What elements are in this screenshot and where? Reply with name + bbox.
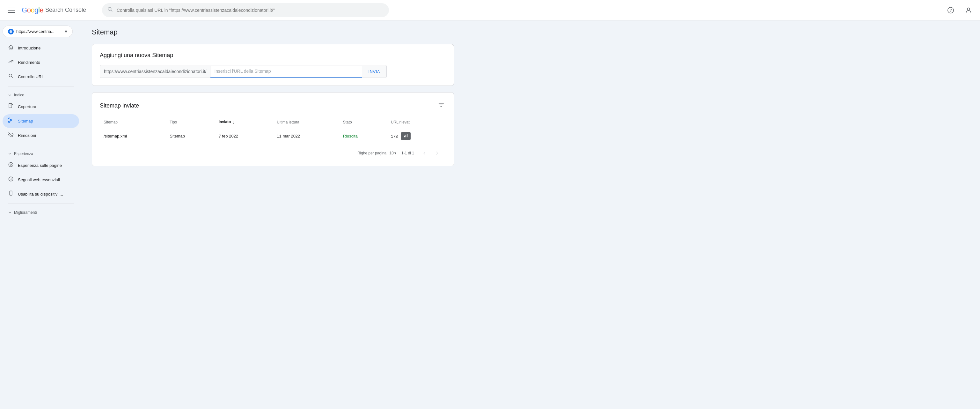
sidebar-item-esp-pagine[interactable]: Esperienza sulle pagine xyxy=(3,158,79,172)
section-header-miglioramenti[interactable]: Miglioramenti xyxy=(8,209,74,216)
cell-url-rilevati: 173 xyxy=(387,128,446,144)
cell-tipo: Sitemap xyxy=(166,128,215,144)
sidebar-divider xyxy=(8,86,74,86)
mobile-icon xyxy=(8,190,14,198)
sitemap-table: Sitemap Tipo Inviato ↓ Ultima lettura St… xyxy=(100,117,446,144)
add-sitemap-card: Aggiungi una nuova Sitemap https://www.c… xyxy=(92,44,454,86)
sidebar-divider-2 xyxy=(8,145,74,145)
svg-line-7 xyxy=(11,77,13,78)
sidebar-item-controllo-url[interactable]: Controllo URL xyxy=(3,70,79,83)
main-layout: https://www.centria... ▾ Introduzione xyxy=(0,21,980,409)
property-selector[interactable]: https://www.centria... ▾ xyxy=(3,26,73,37)
menu-button[interactable] xyxy=(5,4,18,17)
filter-button[interactable] xyxy=(436,100,446,111)
page-title: Sitemap xyxy=(92,28,454,37)
sidebar-item-label: Controllo URL xyxy=(18,74,44,79)
property-icon xyxy=(8,29,14,34)
sidebar-item-usabilita[interactable]: Usabilità su dispositivi ... xyxy=(3,187,79,201)
nav-section-miglioramenti: Miglioramenti xyxy=(3,206,79,217)
svg-point-22 xyxy=(10,178,12,180)
hamburger-icon xyxy=(8,6,15,14)
svg-point-19 xyxy=(10,164,12,166)
chevron-down-icon: ▾ xyxy=(395,151,396,155)
sidebar-divider-3 xyxy=(8,203,74,204)
topbar: Google Search Console ? xyxy=(0,0,980,21)
url-search-input[interactable] xyxy=(117,8,384,13)
cell-inviato: 7 feb 2022 xyxy=(215,128,273,144)
sidebar-item-label: Copertura xyxy=(18,104,37,109)
sitemap-submit-button[interactable]: INVIA xyxy=(362,66,387,77)
svg-rect-23 xyxy=(10,191,12,196)
svg-rect-30 xyxy=(407,134,407,137)
search-icon xyxy=(107,6,113,14)
svg-rect-28 xyxy=(404,136,405,137)
sitemap-icon xyxy=(8,117,14,125)
sitemap-url-prefix: https://www.centriassistenzacaldaiecondi… xyxy=(100,66,210,77)
table-card-header: Sitemap inviate xyxy=(100,100,446,111)
nav-section-indice: Indice xyxy=(3,89,79,100)
sidebar-item-label: Introduzione xyxy=(18,46,41,50)
sidebar-item-label: Segnali web essenziali xyxy=(18,177,60,182)
section-header-esperienza[interactable]: Esperienza xyxy=(8,150,74,157)
table-header-row: Sitemap Tipo Inviato ↓ Ultima lettura St… xyxy=(100,117,446,128)
sidebar-item-label: Rendimento xyxy=(18,60,40,65)
section-items-indice: Copertura Sitemap xyxy=(3,100,79,142)
google-logo: Google xyxy=(22,6,43,14)
topbar-left: Google Search Console xyxy=(5,4,94,17)
sidebar-item-label: Sitemap xyxy=(18,119,33,123)
account-button[interactable] xyxy=(962,4,975,17)
pagination: Righe per pagina: 10 ▾ 1-1 di 1 xyxy=(100,144,446,158)
rows-per-page-selector[interactable]: 10 ▾ xyxy=(390,151,396,155)
sidebar-item-label: Usabilità su dispositivi ... xyxy=(18,192,63,197)
sitemap-table-title: Sitemap inviate xyxy=(100,102,139,109)
prev-page-button[interactable] xyxy=(419,148,430,158)
table-row: /sitemap.xml Sitemap 7 feb 2022 11 mar 2… xyxy=(100,128,446,144)
sidebar-item-copertura[interactable]: Copertura xyxy=(3,100,79,113)
svg-rect-12 xyxy=(9,118,10,119)
chevron-down-icon: ▾ xyxy=(65,29,67,34)
col-tipo: Tipo xyxy=(166,117,215,128)
col-url-rilevati: URL rilevati xyxy=(387,117,446,128)
svg-line-1 xyxy=(111,10,112,11)
rows-per-page: Righe per pagina: 10 ▾ xyxy=(357,151,396,155)
sidebar-item-rimozioni[interactable]: Rimozioni xyxy=(3,129,79,142)
svg-rect-8 xyxy=(9,104,12,108)
pagination-nav xyxy=(419,148,442,158)
page-experience-icon xyxy=(8,162,14,169)
col-sitemap: Sitemap xyxy=(100,117,166,128)
svg-point-4 xyxy=(967,8,969,10)
sitemap-table-card: Sitemap inviate Sitemap Tipo Inviat xyxy=(92,92,454,166)
svg-rect-14 xyxy=(9,121,10,123)
col-inviato[interactable]: Inviato ↓ xyxy=(215,117,273,128)
svg-point-21 xyxy=(9,177,13,181)
sidebar-item-segnali-web[interactable]: Segnali web essenziali xyxy=(3,173,79,187)
chart-button[interactable] xyxy=(401,132,410,140)
trending-icon xyxy=(8,59,14,66)
cell-stato: Riuscita xyxy=(339,128,387,144)
topbar-search[interactable] xyxy=(102,3,389,17)
sidebar: https://www.centria... ▾ Introduzione xyxy=(0,21,82,409)
topbar-right: ? xyxy=(944,4,975,17)
eye-off-icon xyxy=(8,132,14,139)
sidebar-item-rendimento[interactable]: Rendimento xyxy=(3,56,79,69)
document-icon xyxy=(8,103,14,110)
sidebar-item-sitemap[interactable]: Sitemap xyxy=(3,114,79,128)
home-icon xyxy=(8,44,14,52)
cell-ultima-lettura: 11 mar 2022 xyxy=(273,128,339,144)
search-icon xyxy=(8,73,14,80)
sidebar-item-label: Rimozioni xyxy=(18,133,36,138)
page-range-label: 1-1 di 1 xyxy=(401,151,414,155)
sidebar-nav: Introduzione Rendimento xyxy=(0,41,82,217)
logo-area: Google Search Console xyxy=(22,6,86,14)
svg-rect-29 xyxy=(406,135,406,137)
svg-point-5 xyxy=(10,30,12,32)
next-page-button[interactable] xyxy=(432,148,442,158)
help-button[interactable]: ? xyxy=(944,4,957,17)
sidebar-item-introduzione[interactable]: Introduzione xyxy=(3,41,79,55)
sitemap-url-input[interactable] xyxy=(210,66,361,78)
section-header-indice[interactable]: Indice xyxy=(8,91,74,99)
nav-section-esperienza: Esperienza xyxy=(3,148,79,158)
col-ultima-lettura: Ultima lettura xyxy=(273,117,339,128)
web-vitals-icon xyxy=(8,176,14,184)
app-title: Search Console xyxy=(45,7,86,13)
